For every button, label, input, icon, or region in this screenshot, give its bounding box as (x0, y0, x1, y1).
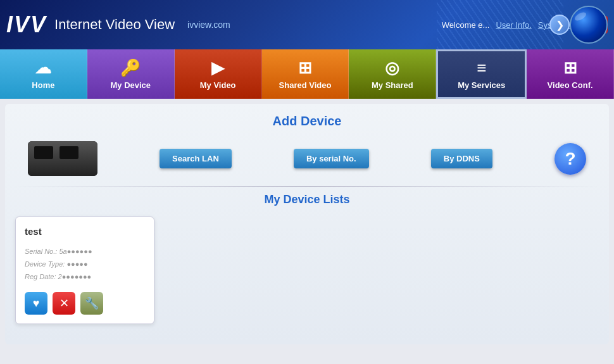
serial-label: Serial No.: (25, 248, 57, 255)
nav-label-my-device: My Device (110, 80, 151, 90)
nav-label-shared-video: Shared Video (279, 80, 332, 90)
main-content: Add Device Search LAN By serial No. By D… (5, 104, 609, 344)
home-icon: ☁ (35, 58, 51, 78)
device-remove-button[interactable]: ✕ (53, 292, 75, 315)
nav-label-my-shared: My Shared (372, 80, 413, 90)
device-card-actions: ♥ ✕ 🔧 (25, 292, 145, 315)
nav-item-video-conf[interactable]: ⊞ Video Conf. (527, 49, 614, 99)
nav-item-my-services[interactable]: ≡ My Services (436, 49, 527, 99)
reg-date-row: Reg Date: 2●●●●●●● (25, 271, 145, 284)
arrow-right-icon: ❯ (556, 19, 564, 31)
nav-item-my-video[interactable]: ▶ My Video (175, 49, 262, 99)
video-icon: ▶ (211, 58, 224, 78)
nav-item-home[interactable]: ☁ Home (0, 49, 87, 99)
logo-area: IVV Internet Video View ivview.com (6, 11, 230, 38)
globe-container (563, 0, 614, 49)
wrench-icon: 🔧 (85, 296, 99, 310)
nav-item-my-shared[interactable]: ◎ My Shared (349, 49, 436, 99)
device-settings-button[interactable]: 🔧 (80, 292, 103, 315)
device-type-value: ●●●●● (66, 260, 87, 268)
add-device-row: Search LAN By serial No. By DDNS ? (15, 141, 599, 176)
nav-bar: ☁ Home 🔑 My Device ▶ My Video ⊞ Shared V… (0, 49, 614, 99)
nav-item-my-device[interactable]: 🔑 My Device (87, 49, 175, 99)
section-divider (15, 186, 599, 187)
nav-label-video-conf: Video Conf. (548, 80, 593, 90)
by-serial-button[interactable]: By serial No. (294, 149, 369, 168)
close-icon: ✕ (60, 296, 69, 310)
user-info-link[interactable]: User Info. (496, 20, 531, 30)
nav-label-my-video: My Video (200, 80, 236, 90)
device-info: Serial No.: 5a●●●●●● Device Type: ●●●●● … (25, 246, 145, 283)
welcome-text: Welcome e... (442, 20, 490, 30)
video-conf-icon: ⊞ (563, 58, 577, 78)
header: IVV Internet Video View ivview.com Welco… (0, 0, 614, 49)
by-ddns-button[interactable]: By DDNS (431, 149, 492, 168)
device-connect-button[interactable]: ♥ (25, 292, 47, 315)
services-icon: ≡ (477, 58, 486, 78)
search-lan-button[interactable]: Search LAN (160, 149, 232, 168)
reg-date-value: 2●●●●●●● (58, 273, 92, 280)
add-device-title: Add Device (15, 114, 599, 129)
device-card: test Serial No.: 5a●●●●●● Device Type: ●… (15, 217, 154, 324)
my-shared-icon: ◎ (385, 58, 399, 78)
shared-video-icon: ⊞ (298, 58, 312, 78)
reg-date-label: Reg Date: (25, 273, 56, 280)
device-name: test (25, 226, 145, 237)
nav-label-my-services: My Services (458, 80, 505, 90)
logo-ivv: IVV (6, 11, 47, 38)
device-lists-title: My Device Lists (15, 193, 599, 206)
heart-icon: ♥ (33, 297, 40, 310)
device-type-label: Device Type: (25, 260, 65, 268)
nav-label-home: Home (32, 80, 54, 90)
nav-item-shared-video[interactable]: ⊞ Shared Video (262, 49, 349, 99)
serial-row: Serial No.: 5a●●●●●● (25, 246, 145, 258)
globe-icon (570, 6, 608, 44)
device-image (28, 141, 97, 176)
logo-url: ivview.com (187, 20, 230, 30)
logo-text: Internet Video View (54, 16, 175, 33)
device-type-row: Device Type: ●●●●● (25, 258, 145, 271)
help-button[interactable]: ? (554, 143, 586, 175)
device-icon: 🔑 (120, 58, 141, 78)
serial-value: 5a●●●●●● (59, 248, 92, 255)
